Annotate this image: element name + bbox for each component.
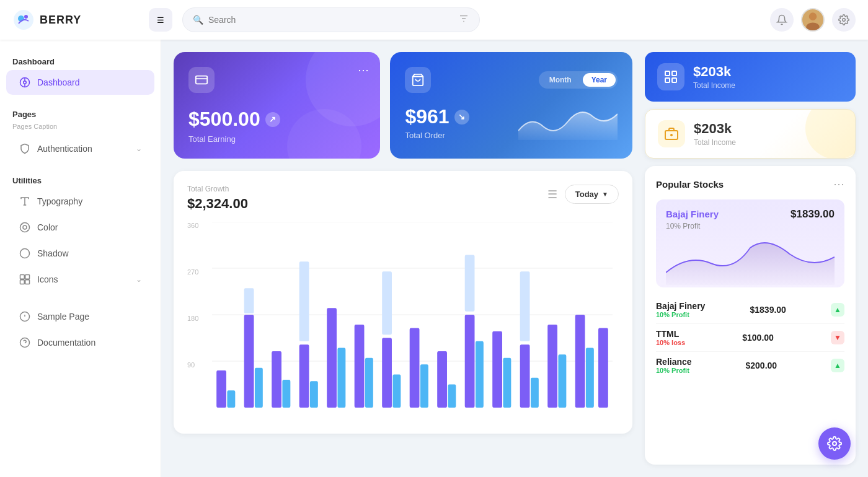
stock-name-reliance: Reliance 10% Profit (656, 357, 692, 374)
sidebar-item-icons[interactable]: Icons ⌄ (6, 267, 154, 292)
income-blue-amount: $203k (693, 64, 735, 80)
toggle-year[interactable]: Year (583, 73, 616, 87)
cards-row: ⋯ $500.00 ↗ Total Earning (174, 52, 632, 159)
bajaj-featured-name: Bajaj Finery (666, 209, 719, 219)
svg-rect-72 (665, 78, 670, 82)
svg-rect-48 (355, 325, 365, 408)
svg-rect-57 (465, 315, 475, 408)
sidebar-item-docs[interactable]: Documentation (6, 330, 154, 355)
chart-subtitle: Total Growth (187, 185, 248, 193)
income-card-yellow: $203k Total Income (645, 109, 856, 159)
sidebar-item-authentication[interactable]: Authentication ⌄ (6, 136, 154, 161)
svg-rect-40 (244, 288, 254, 313)
sidebar-label-color: Color (37, 222, 142, 232)
left-column: ⋯ $500.00 ↗ Total Earning (174, 52, 632, 465)
sidebar-section-pages: Pages (0, 105, 161, 121)
stocks-menu-icon[interactable]: ⋯ (833, 177, 844, 191)
stock-row-ttml[interactable]: TTML 10% loss $100.00 ▼ (656, 324, 844, 352)
order-trend-icon: ↘ (454, 110, 469, 125)
svg-rect-58 (476, 341, 484, 408)
income-yellow-info: $203k Total Income (694, 121, 736, 147)
logo-icon (12, 9, 35, 31)
sidebar: Dashboard Dashboard Pages Pages Caption … (0, 40, 161, 477)
search-input[interactable] (208, 15, 458, 25)
svg-point-10 (24, 81, 27, 84)
search-bar: 🔍 (182, 7, 480, 32)
svg-rect-53 (410, 328, 420, 408)
svg-rect-66 (558, 354, 566, 408)
fab-button[interactable] (818, 427, 851, 460)
earning-amount: $500.00 ↗ (188, 108, 365, 131)
income-yellow-label: Total Income (694, 138, 736, 147)
svg-point-8 (843, 19, 846, 22)
sidebar-item-shadow[interactable]: Shadow (6, 241, 154, 266)
stocks-card: Popular Stocks ⋯ Bajaj Finery $1839.00 1… (645, 166, 856, 465)
svg-rect-63 (531, 378, 539, 408)
svg-rect-59 (465, 255, 475, 312)
chart-menu-icon[interactable]: ☰ (547, 188, 557, 201)
svg-point-77 (833, 442, 836, 445)
stocks-title: Popular Stocks (656, 179, 724, 190)
header-settings-button[interactable] (832, 8, 856, 32)
chart-filter-button[interactable]: Today ▼ (565, 185, 619, 204)
bajaj-featured-top: Bajaj Finery $1839.00 (666, 208, 835, 221)
svg-rect-47 (337, 348, 345, 408)
sidebar-label-docs: Documentation (37, 338, 142, 348)
sidebar-label-auth: Authentication (37, 144, 130, 154)
fab-settings-icon (827, 436, 842, 451)
sidebar-item-dashboard[interactable]: Dashboard (6, 70, 154, 95)
svg-rect-51 (392, 374, 401, 408)
earning-card-menu[interactable]: ⋯ (358, 63, 369, 77)
svg-rect-20 (20, 275, 25, 279)
main-content: ⋯ $500.00 ↗ Total Earning (161, 40, 868, 477)
svg-rect-44 (310, 381, 318, 408)
sidebar-item-sample[interactable]: Sample Page (6, 304, 154, 329)
hamburger-button[interactable]: ☰ (149, 8, 172, 32)
icons-icon (19, 273, 31, 286)
chart-header: Total Growth $2,324.00 ☰ Today ▼ (187, 185, 619, 212)
sidebar-item-typography[interactable]: Typography (6, 189, 154, 214)
svg-rect-36 (216, 370, 226, 408)
color-icon (19, 221, 31, 234)
avatar[interactable] (801, 8, 825, 32)
income-card-blue: $203k Total Income (645, 52, 856, 102)
svg-rect-21 (25, 275, 30, 279)
sidebar-label-shadow: Shadow (37, 248, 142, 258)
svg-rect-54 (420, 364, 428, 408)
svg-point-2 (24, 15, 28, 19)
sidebar-section-utilities: Utilities (0, 171, 161, 188)
stock-row-reliance[interactable]: Reliance 10% Profit $200.00 ▲ (656, 352, 844, 379)
svg-point-7 (806, 22, 819, 30)
svg-rect-37 (227, 390, 235, 408)
main-layout: Dashboard Dashboard Pages Pages Caption … (0, 40, 868, 477)
filter-icon[interactable] (458, 13, 469, 27)
stock-name-bajaj: Bajaj Finery 10% Profit (656, 301, 705, 318)
svg-rect-55 (437, 351, 447, 408)
svg-rect-64 (520, 271, 530, 341)
order-card-bottom: $961 ↘ Total Order (405, 103, 618, 140)
svg-point-6 (809, 12, 817, 20)
bajaj-featured-card: Bajaj Finery $1839.00 10% Profit (656, 199, 844, 287)
logo-text: BERRY (40, 14, 81, 27)
toggle-month[interactable]: Month (541, 73, 580, 87)
income-yellow-amount: $203k (694, 121, 736, 137)
svg-rect-56 (448, 385, 456, 408)
settings-icon (838, 14, 849, 25)
chart-total: $2,324.00 (187, 196, 248, 212)
right-column: $203k Total Income $203k Total Income (645, 52, 856, 465)
notification-button[interactable] (770, 8, 794, 32)
svg-rect-45 (299, 261, 309, 341)
svg-rect-69 (598, 328, 608, 408)
svg-rect-49 (365, 358, 373, 408)
svg-rect-38 (244, 315, 254, 408)
sidebar-item-color[interactable]: Color (6, 215, 154, 240)
search-icon: 🔍 (193, 15, 203, 25)
stock-row-bajaj[interactable]: Bajaj Finery 10% Profit $1839.00 ▲ (656, 296, 844, 324)
chevron-down-icon: ⌄ (136, 144, 142, 153)
bajaj-featured-profit: 10% Profit (666, 222, 835, 230)
income-yellow-icon (658, 120, 685, 147)
sidebar-label-dashboard: Dashboard (37, 77, 142, 87)
chart-y-labels: 360 270 180 90 (187, 222, 210, 408)
sidebar-label-typography: Typography (37, 196, 142, 206)
earning-card-icon (188, 67, 215, 93)
